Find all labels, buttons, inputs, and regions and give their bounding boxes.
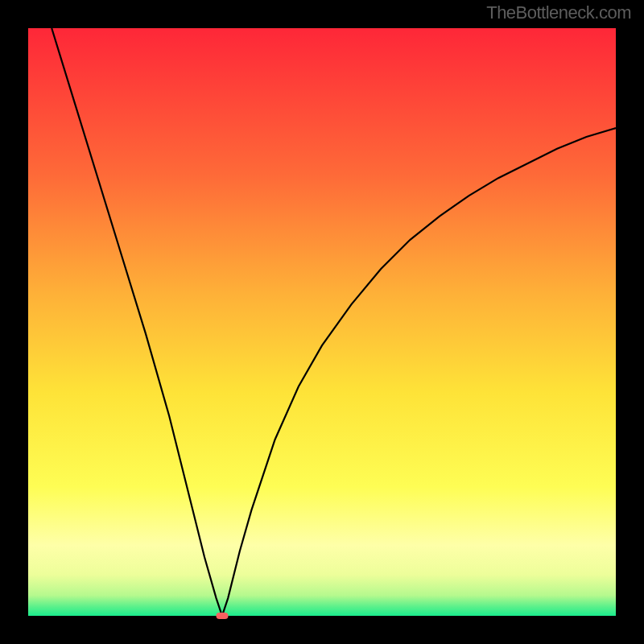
plot-area: [28, 28, 616, 616]
bottleneck-curve: [28, 28, 616, 616]
minimum-marker: [216, 613, 228, 619]
watermark-text: TheBottleneck.com: [486, 2, 631, 23]
